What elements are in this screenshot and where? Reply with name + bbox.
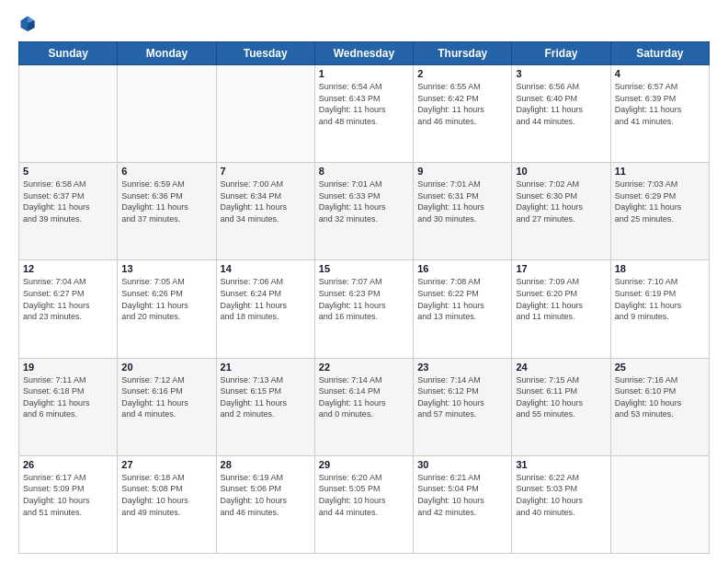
calendar-day-cell: 16Sunrise: 7:08 AM Sunset: 6:22 PM Dayli… — [414, 260, 512, 358]
day-of-week-header: Wednesday — [314, 42, 413, 65]
page: SundayMondayTuesdayWednesdayThursdayFrid… — [0, 0, 728, 563]
calendar-day-cell: 26Sunrise: 6:17 AM Sunset: 5:09 PM Dayli… — [19, 455, 118, 553]
day-info: Sunrise: 6:56 AM Sunset: 6:40 PM Dayligh… — [516, 81, 606, 127]
calendar-week-row: 26Sunrise: 6:17 AM Sunset: 5:09 PM Dayli… — [19, 455, 710, 553]
calendar-day-cell: 5Sunrise: 6:58 AM Sunset: 6:37 PM Daylig… — [19, 163, 118, 260]
calendar-day-cell: 24Sunrise: 7:15 AM Sunset: 6:11 PM Dayli… — [512, 358, 610, 455]
day-info: Sunrise: 7:15 AM Sunset: 6:11 PM Dayligh… — [516, 374, 606, 420]
day-info: Sunrise: 6:19 AM Sunset: 5:06 PM Dayligh… — [221, 472, 311, 518]
day-number: 3 — [516, 68, 606, 79]
day-number: 6 — [121, 166, 211, 177]
calendar-day-cell: 17Sunrise: 7:09 AM Sunset: 6:20 PM Dayli… — [512, 260, 610, 358]
calendar-day-cell: 21Sunrise: 7:13 AM Sunset: 6:15 PM Dayli… — [216, 358, 314, 455]
calendar-day-cell: 1Sunrise: 6:54 AM Sunset: 6:43 PM Daylig… — [314, 65, 413, 163]
calendar-day-cell: 15Sunrise: 7:07 AM Sunset: 6:23 PM Dayli… — [314, 260, 413, 358]
day-info: Sunrise: 7:04 AM Sunset: 6:27 PM Dayligh… — [23, 276, 113, 322]
calendar-week-row: 1Sunrise: 6:54 AM Sunset: 6:43 PM Daylig… — [19, 65, 710, 163]
calendar-table: SundayMondayTuesdayWednesdayThursdayFrid… — [18, 41, 710, 554]
calendar-day-cell: 22Sunrise: 7:14 AM Sunset: 6:14 PM Dayli… — [314, 358, 413, 455]
day-info: Sunrise: 7:11 AM Sunset: 6:18 PM Dayligh… — [23, 374, 113, 420]
calendar-day-cell: 31Sunrise: 6:22 AM Sunset: 5:03 PM Dayli… — [512, 455, 610, 553]
header — [18, 14, 710, 32]
day-number: 20 — [121, 362, 211, 373]
calendar-day-cell: 9Sunrise: 7:01 AM Sunset: 6:31 PM Daylig… — [414, 163, 512, 260]
day-number: 29 — [319, 459, 409, 470]
day-info: Sunrise: 7:06 AM Sunset: 6:24 PM Dayligh… — [221, 276, 311, 322]
day-info: Sunrise: 7:09 AM Sunset: 6:20 PM Dayligh… — [516, 276, 606, 322]
day-info: Sunrise: 7:08 AM Sunset: 6:22 PM Dayligh… — [417, 276, 507, 322]
day-info: Sunrise: 6:58 AM Sunset: 6:37 PM Dayligh… — [23, 178, 113, 224]
day-number: 21 — [221, 362, 311, 373]
day-number: 11 — [615, 166, 705, 177]
calendar-empty-cell — [216, 65, 314, 163]
day-of-week-header: Tuesday — [216, 42, 314, 65]
day-info: Sunrise: 6:21 AM Sunset: 5:04 PM Dayligh… — [417, 472, 507, 518]
calendar-day-cell: 10Sunrise: 7:02 AM Sunset: 6:30 PM Dayli… — [512, 163, 610, 260]
day-info: Sunrise: 7:05 AM Sunset: 6:26 PM Dayligh… — [121, 276, 211, 322]
calendar-day-cell: 18Sunrise: 7:10 AM Sunset: 6:19 PM Dayli… — [610, 260, 709, 358]
day-info: Sunrise: 7:07 AM Sunset: 6:23 PM Dayligh… — [319, 276, 409, 322]
calendar-day-cell: 13Sunrise: 7:05 AM Sunset: 6:26 PM Dayli… — [118, 260, 216, 358]
day-number: 14 — [221, 263, 311, 274]
calendar-week-row: 5Sunrise: 6:58 AM Sunset: 6:37 PM Daylig… — [19, 163, 710, 260]
calendar-empty-cell — [118, 65, 216, 163]
day-info: Sunrise: 6:17 AM Sunset: 5:09 PM Dayligh… — [23, 472, 113, 518]
day-number: 1 — [319, 68, 409, 79]
day-number: 4 — [615, 68, 705, 79]
calendar-day-cell: 7Sunrise: 7:00 AM Sunset: 6:34 PM Daylig… — [216, 163, 314, 260]
day-info: Sunrise: 7:01 AM Sunset: 6:31 PM Dayligh… — [417, 178, 507, 224]
day-info: Sunrise: 6:55 AM Sunset: 6:42 PM Dayligh… — [417, 81, 507, 127]
day-info: Sunrise: 6:57 AM Sunset: 6:39 PM Dayligh… — [615, 81, 705, 127]
day-number: 25 — [615, 362, 705, 373]
day-number: 23 — [417, 362, 507, 373]
calendar-day-cell: 25Sunrise: 7:16 AM Sunset: 6:10 PM Dayli… — [610, 358, 709, 455]
day-info: Sunrise: 7:03 AM Sunset: 6:29 PM Dayligh… — [615, 178, 705, 224]
calendar-day-cell: 8Sunrise: 7:01 AM Sunset: 6:33 PM Daylig… — [314, 163, 413, 260]
day-of-week-header: Sunday — [19, 42, 118, 65]
day-number: 7 — [221, 166, 311, 177]
day-number: 12 — [23, 263, 113, 274]
calendar-day-cell: 28Sunrise: 6:19 AM Sunset: 5:06 PM Dayli… — [216, 455, 314, 553]
calendar-day-cell: 11Sunrise: 7:03 AM Sunset: 6:29 PM Dayli… — [610, 163, 709, 260]
day-number: 31 — [516, 459, 606, 470]
logo-icon — [18, 14, 37, 32]
day-number: 16 — [417, 263, 507, 274]
day-number: 30 — [417, 459, 507, 470]
day-number: 24 — [516, 362, 606, 373]
day-info: Sunrise: 7:02 AM Sunset: 6:30 PM Dayligh… — [516, 178, 606, 224]
day-number: 17 — [516, 263, 606, 274]
day-number: 5 — [23, 166, 113, 177]
day-info: Sunrise: 7:12 AM Sunset: 6:16 PM Dayligh… — [121, 374, 211, 420]
day-number: 15 — [319, 263, 409, 274]
calendar-empty-cell — [19, 65, 118, 163]
calendar-day-cell: 29Sunrise: 6:20 AM Sunset: 5:05 PM Dayli… — [314, 455, 413, 553]
day-number: 2 — [417, 68, 507, 79]
calendar-day-cell: 3Sunrise: 6:56 AM Sunset: 6:40 PM Daylig… — [512, 65, 610, 163]
calendar-day-cell: 23Sunrise: 7:14 AM Sunset: 6:12 PM Dayli… — [414, 358, 512, 455]
day-info: Sunrise: 7:10 AM Sunset: 6:19 PM Dayligh… — [615, 276, 705, 322]
day-info: Sunrise: 6:20 AM Sunset: 5:05 PM Dayligh… — [319, 472, 409, 518]
day-number: 26 — [23, 459, 113, 470]
day-info: Sunrise: 7:14 AM Sunset: 6:14 PM Dayligh… — [319, 374, 409, 420]
day-of-week-header: Thursday — [414, 42, 512, 65]
calendar-week-row: 19Sunrise: 7:11 AM Sunset: 6:18 PM Dayli… — [19, 358, 710, 455]
day-info: Sunrise: 7:01 AM Sunset: 6:33 PM Dayligh… — [319, 178, 409, 224]
calendar-day-cell: 19Sunrise: 7:11 AM Sunset: 6:18 PM Dayli… — [19, 358, 118, 455]
day-info: Sunrise: 7:00 AM Sunset: 6:34 PM Dayligh… — [221, 178, 311, 224]
day-info: Sunrise: 7:13 AM Sunset: 6:15 PM Dayligh… — [221, 374, 311, 420]
day-info: Sunrise: 6:18 AM Sunset: 5:08 PM Dayligh… — [121, 472, 211, 518]
day-number: 8 — [319, 166, 409, 177]
day-info: Sunrise: 6:59 AM Sunset: 6:36 PM Dayligh… — [121, 178, 211, 224]
day-of-week-header: Friday — [512, 42, 610, 65]
day-of-week-header: Monday — [118, 42, 216, 65]
calendar-day-cell: 4Sunrise: 6:57 AM Sunset: 6:39 PM Daylig… — [610, 65, 709, 163]
day-number: 27 — [121, 459, 211, 470]
calendar-day-cell: 27Sunrise: 6:18 AM Sunset: 5:08 PM Dayli… — [118, 455, 216, 553]
day-info: Sunrise: 6:22 AM Sunset: 5:03 PM Dayligh… — [516, 472, 606, 518]
calendar-header-row: SundayMondayTuesdayWednesdayThursdayFrid… — [19, 42, 710, 65]
day-number: 9 — [417, 166, 507, 177]
day-number: 18 — [615, 263, 705, 274]
calendar-day-cell: 14Sunrise: 7:06 AM Sunset: 6:24 PM Dayli… — [216, 260, 314, 358]
day-number: 10 — [516, 166, 606, 177]
calendar-day-cell: 30Sunrise: 6:21 AM Sunset: 5:04 PM Dayli… — [414, 455, 512, 553]
